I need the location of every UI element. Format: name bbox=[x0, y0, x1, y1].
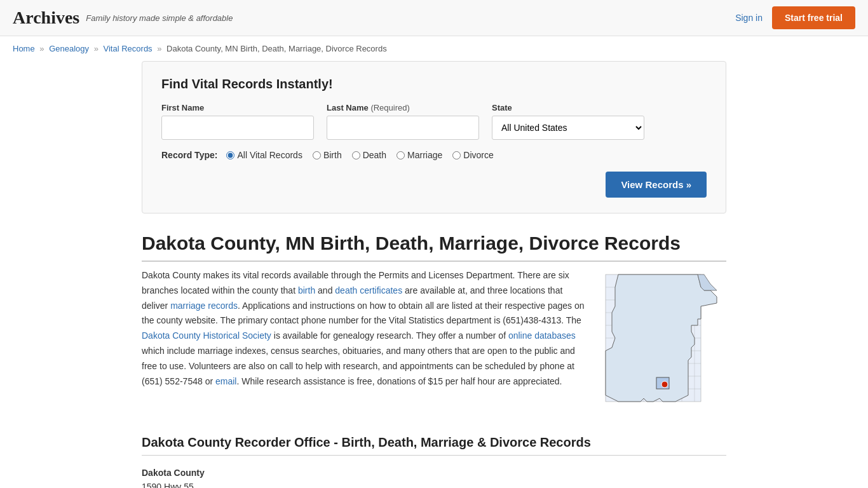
first-name-group: First Name bbox=[161, 103, 314, 140]
email-link[interactable]: email bbox=[215, 376, 236, 386]
svg-point-18 bbox=[661, 381, 668, 388]
first-name-label: First Name bbox=[161, 103, 314, 112]
map-container bbox=[599, 268, 726, 416]
sign-in-link[interactable]: Sign in bbox=[735, 13, 763, 23]
historical-society-link[interactable]: Dakota County Historical Society bbox=[142, 330, 271, 341]
online-databases-link[interactable]: online databases bbox=[508, 330, 576, 341]
site-header: Archives Family history made simple & af… bbox=[0, 0, 868, 36]
breadcrumb: Home » Genealogy » Vital Records » Dakot… bbox=[0, 36, 868, 61]
header-right: Sign in Start free trial bbox=[735, 6, 855, 29]
header-left: Archives Family history made simple & af… bbox=[13, 8, 233, 28]
state-group: State All United StatesAlabamaAlaskaAriz… bbox=[492, 103, 644, 140]
state-select[interactable]: All United StatesAlabamaAlaskaArizonaArk… bbox=[492, 116, 644, 140]
breadcrumb-sep-1: » bbox=[39, 44, 44, 53]
section-heading: Dakota County Recorder Office - Birth, D… bbox=[142, 435, 726, 456]
radio-label-death[interactable]: Death bbox=[352, 150, 386, 160]
main-content: Find Vital Records Instantly! First Name… bbox=[129, 61, 739, 488]
form-actions: View Records » bbox=[161, 172, 707, 198]
breadcrumb-vital-records[interactable]: Vital Records bbox=[104, 44, 153, 53]
breadcrumb-genealogy[interactable]: Genealogy bbox=[49, 44, 89, 53]
radio-label-divorce[interactable]: Divorce bbox=[452, 150, 493, 160]
radio-label-marriage[interactable]: Marriage bbox=[397, 150, 442, 160]
address-line1: 1590 Hwy 55 bbox=[142, 480, 726, 488]
last-name-required: (Required) bbox=[370, 103, 409, 112]
radio-group: All Vital Records Birth Death Marriage D… bbox=[226, 150, 493, 160]
site-logo: Archives bbox=[13, 8, 79, 28]
radio-death[interactable] bbox=[352, 151, 360, 159]
record-type-row: Record Type: All Vital Records Birth Dea… bbox=[161, 150, 707, 160]
site-tagline: Family history made simple & affordable bbox=[86, 13, 233, 23]
radio-label-all[interactable]: All Vital Records bbox=[226, 150, 302, 160]
content-with-map: Dakota County makes its vital records av… bbox=[142, 268, 726, 416]
address-block: Dakota County 1590 Hwy 55 Hastings, MN 5… bbox=[142, 466, 726, 488]
page-title: Dakota County, MN Birth, Death, Marriage… bbox=[142, 233, 726, 262]
marriage-link[interactable]: marriage records bbox=[170, 301, 238, 311]
state-label: State bbox=[492, 103, 644, 112]
last-name-label: Last Name (Required) bbox=[327, 103, 479, 112]
breadcrumb-current: Dakota County, MN Birth, Death, Marriage… bbox=[166, 44, 387, 53]
article-text: Dakota County makes its vital records av… bbox=[142, 268, 587, 416]
search-title: Find Vital Records Instantly! bbox=[161, 77, 707, 92]
death-link[interactable]: death certificates bbox=[335, 285, 402, 295]
last-name-input[interactable] bbox=[327, 116, 479, 140]
breadcrumb-home[interactable]: Home bbox=[13, 44, 35, 53]
minnesota-map bbox=[599, 268, 726, 414]
search-box: Find Vital Records Instantly! First Name… bbox=[142, 61, 726, 214]
view-records-button[interactable]: View Records » bbox=[606, 172, 707, 198]
birth-link[interactable]: birth bbox=[298, 285, 315, 295]
first-name-input[interactable] bbox=[161, 116, 314, 140]
last-name-group: Last Name (Required) bbox=[327, 103, 479, 140]
form-row-fields: First Name Last Name (Required) State Al… bbox=[161, 103, 707, 140]
radio-all[interactable] bbox=[226, 151, 234, 159]
radio-label-birth[interactable]: Birth bbox=[313, 150, 342, 160]
breadcrumb-sep-2: » bbox=[94, 44, 98, 53]
radio-birth[interactable] bbox=[313, 151, 321, 159]
breadcrumb-sep-3: » bbox=[157, 44, 161, 53]
radio-divorce[interactable] bbox=[452, 151, 461, 159]
record-type-label: Record Type: bbox=[161, 150, 217, 160]
start-trial-button[interactable]: Start free trial bbox=[772, 6, 855, 29]
org-name: Dakota County bbox=[142, 466, 726, 480]
radio-marriage[interactable] bbox=[397, 151, 405, 159]
